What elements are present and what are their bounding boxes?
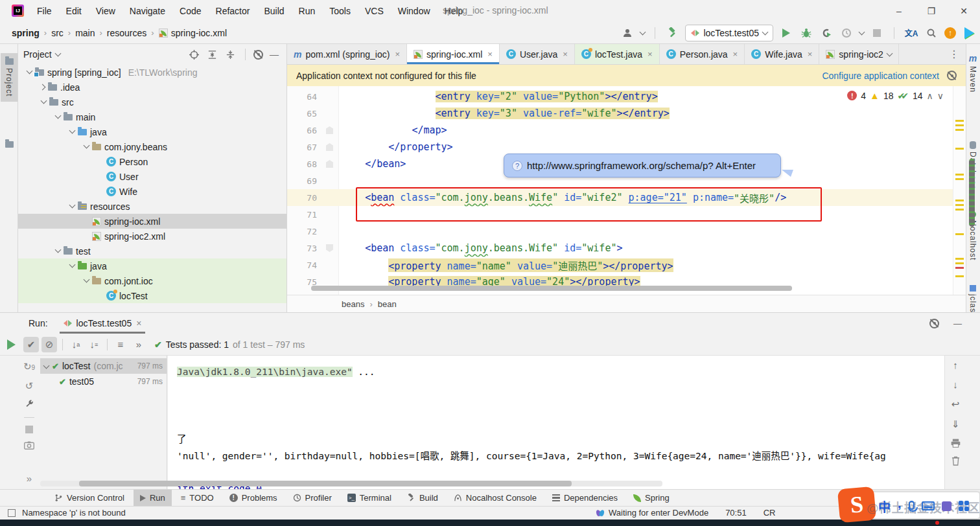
warning-stripe-mark[interactable] [955, 174, 964, 176]
code-line-74[interactable]: 74 <property name="name" value="迪丽热巴"></… [287, 257, 966, 273]
fold-marker[interactable] [326, 244, 333, 252]
fold-marker[interactable] [326, 126, 333, 134]
close-button[interactable]: ✕ [948, 0, 980, 21]
close-icon[interactable]: × [648, 49, 653, 59]
tree-item-src[interactable]: src [18, 95, 286, 109]
tool-window-button-profiler[interactable]: Profiler [286, 490, 338, 507]
hide-panel-icon[interactable]: — [953, 319, 962, 328]
close-icon[interactable]: × [563, 49, 568, 59]
profiler-button[interactable] [839, 26, 854, 40]
menu-tools[interactable]: Tools [322, 0, 358, 21]
error-stripe[interactable] [953, 86, 966, 295]
tree-item-spring-ioc.xml[interactable]: spring-ioc.xml [18, 214, 286, 229]
tool-window-button-commander[interactable] [1, 141, 18, 148]
search-everywhere-icon[interactable] [924, 26, 939, 40]
debug-button[interactable] [799, 26, 813, 40]
code-editor[interactable]: 64 <entry key="2" value="Python"></entry… [287, 86, 966, 295]
rerun-failed-icon[interactable]: ↻9 [23, 361, 35, 372]
code-line-72[interactable]: 72 [287, 223, 966, 240]
menu-edit[interactable]: Edit [59, 0, 89, 21]
wrench-icon[interactable] [25, 400, 34, 409]
devmode-icon[interactable] [962, 26, 976, 40]
print-icon[interactable] [951, 439, 961, 448]
tree-item-com.jont.ioc[interactable]: com.jont.ioc [18, 273, 286, 288]
tree-item-.idea[interactable]: .idea [18, 80, 286, 95]
tree-item-spring[interactable]: spring [spring_ioc]E:\TLWork\spring [18, 65, 286, 80]
tree-item-resources[interactable]: resources [18, 199, 286, 214]
warning-stripe-mark[interactable] [955, 148, 964, 150]
build-hammer-icon[interactable] [665, 26, 679, 40]
translate-icon[interactable]: 文A [904, 26, 918, 40]
minimize-button[interactable]: – [883, 0, 915, 21]
breadcrumb-item[interactable]: spring-ioc.xml [159, 28, 227, 38]
warning-stripe-mark[interactable] [955, 275, 964, 277]
chevron-down-icon[interactable] [640, 29, 646, 35]
up-stacktrace-icon[interactable]: ↑ [953, 360, 958, 371]
warning-stripe-mark[interactable] [955, 262, 964, 264]
tree-item-main[interactable]: main [18, 109, 286, 124]
editor-vscrollbar-thumb[interactable] [969, 159, 975, 227]
configure-context-link[interactable]: Configure application context [822, 71, 939, 81]
sort-alphabetically-icon[interactable]: ↓a [68, 337, 84, 352]
settings-gear-icon[interactable] [253, 50, 263, 60]
tree-item-User[interactable]: CUser [18, 169, 286, 184]
more-actions-icon[interactable]: » [131, 337, 146, 352]
close-icon[interactable]: × [487, 49, 493, 59]
editor-tab-spring-ioc2[interactable]: spring-ioc2 [819, 44, 898, 64]
menu-code[interactable]: Code [172, 0, 208, 21]
tool-window-button-terminal[interactable]: >_Terminal [341, 490, 398, 507]
breadcrumb-item[interactable]: resources [107, 28, 146, 38]
tool-window-button-nocalhost-console[interactable]: Nocalhost Console [447, 490, 543, 507]
warning-stripe-mark[interactable] [955, 178, 964, 180]
breadcrumb-bean[interactable]: bean [378, 299, 397, 309]
editor-hscrollbar[interactable] [311, 286, 792, 291]
menu-refactor[interactable]: Refactor [209, 0, 257, 21]
screenshot-icon[interactable] [24, 441, 34, 450]
rerun-button[interactable] [7, 339, 16, 350]
warning-stripe-mark[interactable] [955, 209, 964, 211]
tree-item-test[interactable]: test [18, 244, 286, 258]
soft-wrap-icon[interactable]: ↩ [951, 398, 960, 410]
breadcrumb-item[interactable]: main [75, 28, 95, 38]
error-stripe-mark[interactable] [955, 267, 964, 269]
warning-stripe-mark[interactable] [955, 200, 964, 201]
code-line-65[interactable]: 65 <entry key="3" value-ref="wife"></ent… [287, 105, 966, 122]
close-icon[interactable]: × [808, 49, 813, 59]
ime-menu-icon[interactable] [959, 501, 969, 511]
menu-window[interactable]: Window [391, 0, 438, 21]
locate-file-icon[interactable] [187, 50, 201, 60]
close-icon[interactable]: × [395, 49, 400, 59]
test-node-test05[interactable]: ✔test05797 ms [40, 374, 167, 389]
editor-tab-Wife.java[interactable]: CWife.java× [745, 44, 819, 64]
keyboard-icon[interactable] [922, 501, 935, 510]
test-node-locTest[interactable]: ✔locTest(com.jc797 ms [40, 358, 167, 374]
scroll-to-end-icon[interactable]: ⇓ [951, 418, 960, 430]
refresh-icon[interactable]: ↺ [25, 380, 34, 392]
tabs-more-icon[interactable]: ⋮ [942, 44, 966, 64]
expand-all-icon[interactable] [205, 50, 219, 60]
show-ignored-toggle[interactable]: ⊘ [41, 337, 57, 352]
microphone-icon[interactable] [909, 501, 915, 510]
editor-tab-pom.xml (spring_ioc)[interactable]: mpom.xml (spring_ioc)× [287, 44, 407, 64]
tree-item-java[interactable]: java [18, 124, 286, 139]
tree-item-com.jony.beans[interactable]: com.jony.beans [18, 139, 286, 154]
close-icon[interactable]: × [733, 49, 738, 59]
editor-tab-User.java[interactable]: CUser.java× [500, 44, 575, 64]
collapse-all-icon[interactable] [223, 50, 237, 60]
tool-window-button-maven[interactable]: mMaven [968, 53, 977, 93]
stop-button[interactable] [870, 26, 884, 40]
menu-file[interactable]: File [30, 0, 59, 21]
warning-stripe-mark[interactable] [955, 233, 964, 235]
breadcrumb-beans[interactable]: beans [342, 299, 364, 309]
warning-stripe-mark[interactable] [955, 124, 964, 126]
update-icon[interactable]: ↑ [944, 27, 956, 39]
tree-item-spring-ioc2.xml[interactable]: spring-ioc2.xml [18, 229, 286, 244]
down-stacktrace-icon[interactable]: ↓ [953, 379, 958, 390]
chevron-down-icon[interactable] [859, 29, 865, 35]
fold-marker[interactable] [326, 160, 333, 168]
show-passed-toggle[interactable]: ✔ [23, 337, 39, 352]
console-hscrollbar[interactable] [40, 481, 662, 486]
menu-run[interactable]: Run [292, 0, 323, 21]
tree-item-locTest[interactable]: ClocTest [18, 288, 286, 303]
close-icon[interactable]: × [136, 318, 141, 328]
